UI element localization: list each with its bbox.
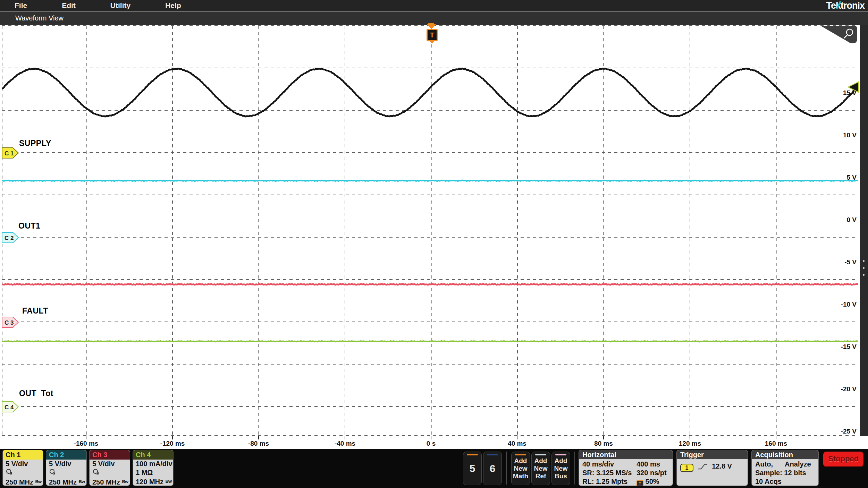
scale-label-10v: 10 V (825, 131, 857, 139)
horizontal-panel[interactable]: Horizontal 40 ms/div400 ms SR: 3.125 MS/… (579, 450, 673, 486)
trigger-position-percent: 50% (646, 478, 659, 485)
scale-label-n10v: -10 V (825, 301, 857, 308)
trigger-position-mini-icon: T (637, 480, 643, 486)
ch4-waveform-label[interactable]: OUT_Tot (19, 389, 53, 398)
ch4-bandwidth: 120 MHz (136, 478, 163, 486)
menu-bar: File Edit Utility Help Tektronix (0, 0, 868, 11)
probe-icon (3, 468, 43, 477)
timebase-value: 40 ms/div (582, 460, 637, 469)
acquisition-panel-title: Acquisition (752, 450, 818, 459)
time-label: 0 s (407, 440, 455, 447)
add-new-math-button[interactable]: Add New Math (511, 452, 530, 485)
bw-limit-icon: Bw (35, 479, 42, 484)
ch3-badge[interactable]: Ch 3 5 V/div 250 MHz Bw (90, 450, 130, 486)
rising-edge-icon (698, 463, 708, 470)
ch3-position-marker[interactable]: C 3 (1, 316, 19, 328)
acquisition-panel[interactable]: Acquisition Auto,Analyze Sample: 12 bits… (752, 450, 818, 486)
svg-text:C 4: C 4 (5, 404, 14, 411)
acquisition-count: 10 Acqs (755, 477, 818, 486)
sample-rate: SR: 3.125 MS/s (582, 469, 637, 477)
run-stop-status-button[interactable]: Stopped (823, 452, 863, 467)
scale-label-n5v: -5 V (825, 258, 857, 266)
acquisition-sample-bits: Sample: 12 bits (755, 469, 818, 477)
drag-handle-dots-icon (863, 267, 865, 269)
trigger-panel-title: Trigger (677, 450, 748, 459)
bw-limit-icon: Bw (79, 479, 85, 484)
trigger-level-arrow-icon[interactable] (847, 81, 860, 93)
ch3-badge-header: Ch 3 (90, 450, 130, 460)
ch2-waveform-label[interactable]: OUT1 (18, 221, 40, 231)
svg-text:C 1: C 1 (5, 150, 14, 157)
trigger-source-badge: 1 (680, 464, 693, 472)
menu-file[interactable]: File (15, 1, 27, 10)
bottom-settings-bar: Ch 1 5 V/div 250 MHz Bw Ch 2 5 V/div 250… (0, 449, 868, 488)
trigger-marker-tail (429, 40, 435, 44)
probe-icon (90, 468, 130, 477)
ch1-position-marker[interactable]: C 1 (1, 147, 19, 159)
time-tick (603, 436, 604, 439)
scale-label-n25v: -25 V (825, 428, 857, 435)
bw-limit-icon: Bw (166, 479, 172, 484)
time-label: 120 ms (666, 440, 714, 447)
ch3-bandwidth: 250 MHz (92, 478, 120, 486)
time-tick (86, 436, 86, 439)
slot-6-button[interactable]: 6 (483, 452, 502, 485)
scale-label-n20v: -20 V (825, 385, 857, 393)
time-label: -40 ms (321, 440, 369, 447)
scale-label-0v: 0 V (825, 216, 857, 224)
time-tick (345, 436, 345, 439)
ch4-badge-header: Ch 4 (133, 450, 173, 460)
waveform-display[interactable]: T SUPPLY OUT1 FAULT OUT_Tot C 1 C 2 C 3 … (0, 25, 868, 449)
menu-edit[interactable]: Edit (62, 1, 76, 10)
slot-5-button[interactable]: 5 (463, 452, 482, 485)
time-label: -160 ms (62, 440, 110, 447)
ch2-badge[interactable]: Ch 2 5 V/div 250 MHz Bw (46, 450, 86, 486)
trigger-level-value: 12.8 V (712, 462, 732, 470)
ch2-scale: 5 V/div (46, 460, 86, 468)
tektronix-logo: Tektronix (826, 0, 865, 11)
ch4-position-marker[interactable]: C 4 (1, 401, 19, 413)
divider (506, 452, 507, 485)
ch1-bandwidth: 250 MHz (6, 478, 33, 486)
ch3-waveform-label[interactable]: FAULT (22, 306, 48, 316)
add-new-bus-button[interactable]: Add New Bus (551, 452, 570, 485)
time-tick (776, 436, 776, 439)
time-tick (517, 436, 517, 439)
acquisition-analyze: Analyze (785, 460, 811, 468)
ch2-position-marker[interactable]: C 2 (1, 232, 19, 243)
waveform-view-bar: Waveform View T (0, 11, 868, 25)
menu-utility[interactable]: Utility (110, 1, 130, 10)
svg-text:C 2: C 2 (5, 235, 14, 241)
ch4-scale: 100 mA/div (133, 460, 173, 468)
time-label: 40 ms (493, 440, 541, 447)
divider (574, 452, 575, 485)
graticule-and-traces (0, 25, 868, 436)
time-label: -120 ms (148, 440, 197, 447)
ch3-scale: 5 V/div (90, 460, 130, 468)
add-new-ref-button[interactable]: Add New Ref (531, 452, 550, 485)
ch4-badge[interactable]: Ch 4 100 mA/div 1 MΩ 120 MHz Bw (133, 450, 173, 486)
waveform-view-title: Waveform View (15, 14, 64, 22)
scale-label-n15v: -15 V (825, 343, 857, 351)
probe-icon (46, 468, 86, 477)
time-label: 160 ms (752, 440, 800, 447)
trigger-marker-arrow-icon (427, 24, 436, 29)
record-length: RL: 1.25 Mpts (582, 477, 637, 486)
oscilloscope-screen: File Edit Utility Help Tektronix Wavefor… (0, 0, 868, 488)
time-tick (172, 436, 173, 439)
scale-label-5v: 5 V (825, 174, 857, 181)
ch1-scale: 5 V/div (3, 460, 43, 468)
zoom-corner-button[interactable] (820, 25, 859, 46)
ch1-badge[interactable]: Ch 1 5 V/div 250 MHz Bw (3, 450, 43, 486)
results-panel-strip[interactable] (860, 25, 868, 436)
acquisition-mode: Auto, (755, 460, 773, 468)
ch2-bandwidth: 250 MHz (49, 478, 77, 486)
ch1-waveform-label[interactable]: SUPPLY (19, 139, 51, 148)
menu-help[interactable]: Help (165, 1, 181, 10)
time-label: 80 ms (579, 440, 628, 447)
trigger-marker-flag[interactable]: T (427, 29, 438, 41)
trigger-panel[interactable]: Trigger 1 12.8 V (677, 450, 748, 486)
time-tick (258, 436, 259, 439)
drag-handle-dots-icon (863, 274, 865, 276)
time-tick (431, 436, 431, 439)
